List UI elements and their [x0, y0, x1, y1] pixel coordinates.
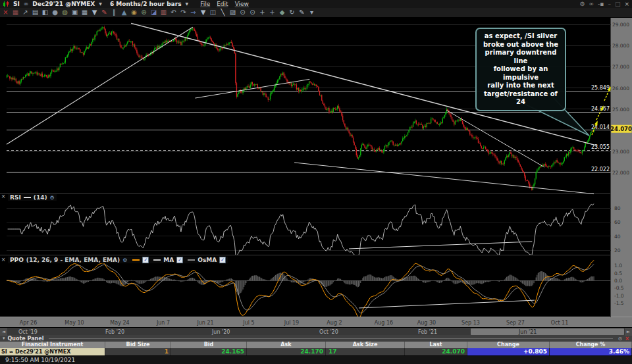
ppo-settings-icon[interactable]: ⚙: [122, 257, 127, 263]
minimize-icon[interactable]: –: [608, 0, 611, 8]
scrollbar-date-label: Oct '20: [319, 329, 338, 335]
refresh-icon[interactable]: ↻: [288, 8, 296, 17]
filter-dropdown-icon[interactable]: ▼: [199, 8, 207, 17]
price-tick-label: 27.000: [612, 64, 629, 70]
image-icon[interactable]: ▣: [70, 8, 79, 17]
pie-icon[interactable]: ◍: [61, 8, 69, 17]
ppo-tick-label: 0.5: [614, 271, 622, 276]
pen-icon[interactable]: ✎: [298, 8, 306, 17]
forward-icon[interactable]: ⇒: [189, 8, 198, 17]
edit-icon[interactable]: ✎: [100, 8, 109, 17]
flag-icon[interactable]: ◫: [209, 8, 217, 17]
quote-column-header[interactable]: Ask Size: [326, 342, 405, 348]
link-window-icon[interactable]: ∞: [589, 0, 594, 8]
ppo-line-sample: [132, 259, 140, 261]
undo-icon[interactable]: ↶: [169, 8, 178, 17]
ppo-label[interactable]: PPO: [10, 257, 24, 263]
price-tick-label: 22.000: [612, 170, 629, 176]
scrollbar-thumb[interactable]: [471, 328, 624, 335]
rsi-label[interactable]: RSI: [10, 194, 21, 201]
scroll-left-icon[interactable]: ◄: [0, 328, 7, 336]
divider: [49, 338, 612, 339]
trendline-icon[interactable]: ╲: [219, 8, 227, 17]
pointer-icon[interactable]: ↗: [21, 8, 30, 17]
bars-icon[interactable]: ∥: [110, 8, 118, 17]
scroll-right-icon[interactable]: ►: [625, 328, 632, 336]
time-axis-band[interactable]: [0, 317, 632, 327]
date-tick-label: May 24: [110, 320, 129, 326]
quote-column-header[interactable]: Last: [405, 342, 467, 348]
settings-icon[interactable]: ⚙: [580, 0, 585, 8]
quote-close-icon[interactable]: ×: [625, 336, 629, 342]
quote-column-header[interactable]: Change %: [550, 342, 632, 348]
date-tick-label: Sep 27: [506, 320, 525, 326]
symbol-label[interactable]: SI: [13, 0, 20, 8]
last-price-tag-label: 24.070: [610, 126, 632, 132]
date-tick-label: Oct 11: [551, 320, 569, 326]
contract-dropdown-icon[interactable]: ▼: [99, 0, 102, 8]
quote-change: +0.805: [467, 348, 550, 355]
quote-column-header[interactable]: Bid: [171, 342, 247, 348]
price-level-label: 25.849: [591, 85, 610, 91]
quote-search-icon[interactable]: ⊙: [618, 336, 623, 342]
pin-icon[interactable]: -▪: [598, 0, 604, 8]
scrollbar-date-label: Feb '20: [105, 329, 124, 335]
quote-column-header[interactable]: Ask: [247, 342, 326, 348]
quote-column-header[interactable]: Bid Size: [105, 342, 171, 348]
annotation-callout[interactable]: as expect, /SI silver broke out above th…: [475, 28, 566, 111]
contract-label[interactable]: Dec29'21 @NYMEX: [32, 0, 95, 8]
crosshair-icon[interactable]: +: [258, 8, 267, 17]
quote-column-header[interactable]: Financial Instrument: [0, 342, 105, 348]
rsi-settings-icon[interactable]: ⚙: [50, 195, 55, 201]
chart-type-dropdown-icon[interactable]: ▼: [90, 8, 99, 17]
notes-icon[interactable]: ◧: [41, 8, 49, 17]
quote-panel-collapse-icon[interactable]: ▾: [3, 336, 5, 341]
ppo-ma-checkbox[interactable]: ✓: [176, 257, 183, 263]
quote-instrument[interactable]: SI ∞ Dec29'21 @NYMEX: [0, 348, 105, 355]
quote-column-header[interactable]: Change: [467, 342, 550, 348]
shapes-icon[interactable]: ◆: [278, 8, 286, 17]
rsi-close-icon[interactable]: ×: [1, 194, 6, 199]
ppo-params[interactable]: (12, 26, 9 - EMA, EMA, EMA): [26, 257, 120, 263]
sphere-icon[interactable]: ●: [51, 8, 59, 17]
chart-region[interactable]: 25.84924.86724.01423.05522.02229.00028.0…: [0, 18, 632, 327]
price-tick-label: 26.000: [612, 86, 629, 91]
layout-icon[interactable]: ▤: [31, 8, 40, 17]
scrollbar-date-label: Jun '21: [519, 329, 537, 335]
delete-icon[interactable]: ×: [1, 8, 10, 17]
zoom-in-icon[interactable]: ⊙: [238, 8, 247, 17]
grid-red-icon[interactable]: ▦: [11, 8, 20, 17]
columns-icon[interactable]: ▥: [159, 8, 168, 17]
menu-view[interactable]: View: [235, 0, 249, 8]
hatch-icon[interactable]: ▨: [228, 8, 237, 17]
annotation-line: primary downtrend line: [479, 49, 563, 65]
panel-icon[interactable]: ◪: [149, 8, 158, 17]
zoom-out-icon[interactable]: ⊙: [248, 8, 257, 17]
restore-icon[interactable]: □: [615, 0, 621, 8]
annotation-line: target/resistance of 24: [479, 90, 563, 107]
trading-app-window: SI ∞ Dec29'21 @NYMEX ▼ 6 Months/2 hour b…: [0, 0, 632, 364]
ppo-tick-label: -1.5: [614, 300, 624, 306]
title-bar: SI ∞ Dec29'21 @NYMEX ▼ 6 Months/2 hour b…: [0, 0, 632, 8]
quote-panel-title: Quote Panel: [8, 336, 44, 342]
timeframe-label[interactable]: 6 Months/2 hour bars: [110, 0, 182, 8]
menu-edit[interactable]: Edit: [217, 0, 228, 8]
scrollbar-date-label: Oct '19: [18, 329, 38, 335]
quote-table-row[interactable]: SI ∞ Dec29'21 @NYMEX 1 24.165 24.170 17 …: [0, 348, 632, 355]
rsi-params[interactable]: (14): [34, 194, 47, 201]
menu-file[interactable]: File: [200, 0, 210, 8]
date-tick-label: Jun 21: [196, 320, 213, 326]
close-icon[interactable]: ×: [624, 0, 629, 8]
more-dropdown-icon[interactable]: ▾: [307, 8, 316, 17]
move-icon[interactable]: +: [268, 8, 276, 17]
ppo-line-checkbox[interactable]: ✓: [142, 257, 149, 263]
time-scrollbar[interactable]: ◄ ► Oct '19Feb '20Jun '20Oct '20Feb '21J…: [0, 327, 632, 335]
ppo-close-icon[interactable]: ×: [1, 257, 6, 263]
ppo-osma-checkbox[interactable]: ✓: [219, 257, 226, 263]
grid2-icon[interactable]: ▦: [80, 8, 89, 17]
compass-icon[interactable]: ⊕: [140, 8, 148, 17]
timeframe-dropdown-icon[interactable]: ▼: [186, 0, 189, 8]
redo-icon[interactable]: ↷: [179, 8, 188, 17]
target-icon[interactable]: ◉: [130, 8, 138, 17]
mountain-icon[interactable]: ▲: [120, 8, 128, 17]
